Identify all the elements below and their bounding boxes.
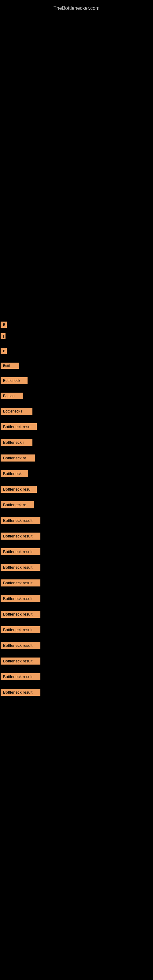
bottleneck-item-11: Bottleneck xyxy=(1,470,28,477)
site-title: TheBottlenecker.com xyxy=(0,2,153,11)
bottleneck-item-10: Bottleneck re xyxy=(1,455,35,461)
bottleneck-item-3: B xyxy=(1,348,7,354)
bottleneck-item-5: Bottleneck xyxy=(1,377,27,384)
bottleneck-item-14: Bottleneck result xyxy=(1,517,40,524)
bottleneck-item-1: B xyxy=(1,321,7,328)
bottleneck-item-12: Bottleneck resu xyxy=(1,486,37,493)
bottleneck-item-18: Bottleneck result xyxy=(1,579,40,587)
bottleneck-list: B|BBottlBottleneckBottlenBottleneck rBot… xyxy=(0,321,40,705)
bottleneck-item-6: Bottlen xyxy=(1,393,22,399)
bottleneck-item-24: Bottleneck result xyxy=(1,673,40,680)
bottleneck-item-13: Bottleneck re xyxy=(1,501,33,508)
bottleneck-item-23: Bottleneck result xyxy=(1,657,40,665)
bottleneck-item-19: Bottleneck result xyxy=(1,595,40,602)
bottleneck-item-7: Bottleneck r xyxy=(1,408,32,415)
bottleneck-item-2: | xyxy=(1,333,5,339)
bottleneck-item-17: Bottleneck result xyxy=(1,564,40,571)
bottleneck-item-4: Bottl xyxy=(1,363,19,369)
bottleneck-item-25: Bottleneck result xyxy=(1,689,40,696)
bottleneck-item-21: Bottleneck result xyxy=(1,626,40,633)
bottleneck-item-8: Bottleneck resu xyxy=(1,423,37,430)
bottleneck-item-9: Bottleneck r xyxy=(1,439,32,446)
bottleneck-item-15: Bottleneck result xyxy=(1,533,40,539)
bottleneck-item-22: Bottleneck result xyxy=(1,642,40,649)
bottleneck-item-16: Bottleneck result xyxy=(1,548,40,555)
bottleneck-item-20: Bottleneck result xyxy=(1,611,40,618)
